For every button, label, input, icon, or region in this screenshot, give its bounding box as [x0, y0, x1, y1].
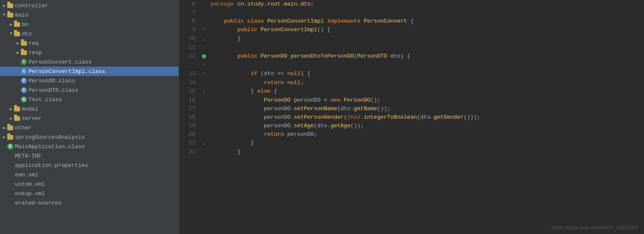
folder-icon [7, 134, 14, 140]
line-number: 21 [179, 139, 200, 148]
sidebar-item-bo[interactable]: bo [0, 20, 179, 29]
fold-marker[interactable]: △ [203, 89, 205, 94]
line-gutter [200, 17, 207, 26]
sidebar-item-person-dto[interactable]: C PersonDTO.class [0, 85, 179, 95]
line-gutter [200, 105, 207, 113]
fold-marker[interactable]: △ [203, 141, 205, 146]
file-icon [7, 152, 14, 159]
fold-marker[interactable]: ▽ [203, 63, 205, 67]
line-number: 17 [179, 105, 200, 113]
sidebar-item-model[interactable]: model [0, 104, 179, 114]
sidebar-item-other[interactable]: other [0, 123, 179, 132]
sidebar-item-label: resp [29, 50, 42, 56]
class-g-icon: G [20, 96, 27, 103]
folder-icon [7, 2, 14, 9]
folder-icon [14, 105, 20, 112]
sidebar-item-label: ustom.xml [15, 181, 45, 187]
fold-marker[interactable]: ▽ [203, 72, 205, 76]
sidebar-item-person-convert-impl[interactable]: C PersonConvertImpl.class [0, 67, 179, 76]
folder-icon [20, 40, 27, 47]
file-icon [7, 181, 14, 187]
arrow-placeholder [2, 153, 7, 158]
folder-icon [14, 30, 20, 37]
table-row: 15 △ } else { [179, 87, 644, 96]
line-gutter [200, 148, 207, 156]
line-code: return null; [207, 79, 644, 87]
sidebar-item-main-application[interactable]: G MainApplication.class [0, 142, 179, 151]
sidebar-item-dto[interactable]: dto [0, 29, 179, 38]
line-code: package cn.study.root.main.dto; [207, 0, 644, 9]
arrow-placeholder [2, 144, 7, 149]
fold-marker[interactable]: ▽ [203, 28, 205, 32]
sidebar-item-label: erated-sources [15, 200, 61, 206]
table-row: 7 [179, 9, 644, 17]
sidebar-item-label: Test.class [29, 97, 62, 103]
arrow-icon [2, 12, 7, 18]
line-gutter [200, 79, 207, 87]
sidebar-item-controller[interactable]: controller [0, 1, 179, 10]
line-code: if (dto == null) { [207, 70, 644, 79]
sidebar-item-label: dto [22, 31, 32, 37]
watermark: https://blog.csdn.net/weixin_43225491 [552, 225, 639, 231]
arrow-icon [9, 22, 14, 27]
sidebar-item-generated-sources[interactable]: erated-sources [0, 198, 179, 208]
line-code: } else { [207, 87, 644, 96]
code-editor: 6 package cn.study.root.main.dto; 7 8 pu… [179, 0, 644, 234]
sidebar-item-person-do[interactable]: C PersonDO.class [0, 76, 179, 85]
arrow-placeholder [2, 200, 7, 205]
sidebar-item-label: other [15, 125, 32, 131]
folder-icon [14, 21, 20, 28]
sidebar-item-server[interactable]: server [0, 114, 179, 123]
arrow-icon [9, 116, 14, 121]
table-row: 10 △ } [179, 35, 644, 44]
table-row: 9 ▽ public PersonConvertImpl() { [179, 26, 644, 35]
sidebar-item-custom-xml[interactable]: ustom.xml [0, 179, 179, 189]
sidebar-item-lookup-xml[interactable]: ookup.xml [0, 189, 179, 198]
file-tree[interactable]: controller main bo dto req resp I Person… [0, 0, 179, 234]
line-code: PersonDO personDO = new PersonDO(); [207, 96, 644, 105]
line-gutter [200, 130, 207, 139]
sidebar-item-label: ean.xml [15, 172, 38, 178]
sidebar-item-test[interactable]: G Test.class [0, 95, 179, 104]
sidebar-item-label: META-INF [15, 153, 41, 159]
sidebar-item-application-properties[interactable]: application.properties [0, 161, 179, 170]
sidebar-item-spring-sources[interactable]: springSourcesAnalysis [0, 132, 179, 142]
sidebar-item-label: application.properties [15, 162, 88, 169]
line-number: 16 [179, 96, 200, 105]
sidebar-item-bean-xml[interactable]: ean.xml [0, 170, 179, 179]
line-code: personDO.setPersonGender(this.integerToB… [207, 113, 644, 122]
file-icon [7, 162, 14, 169]
sidebar-item-meta-inf[interactable]: META-INF [0, 151, 179, 161]
line-gutter: △ [200, 139, 207, 148]
sidebar-item-label: server [22, 115, 42, 122]
table-row: 17 personDO.setPersonName(dto.getName())… [179, 105, 644, 113]
file-icon [7, 199, 14, 206]
fold-marker[interactable]: △ [203, 37, 205, 41]
line-number: 8 [179, 17, 200, 26]
line-number: 18 [179, 113, 200, 122]
line-gutter [200, 122, 207, 130]
sidebar-item-label: bo [22, 21, 29, 28]
sidebar-item-main[interactable]: main [0, 10, 179, 20]
class-c-icon: C [20, 68, 27, 75]
folder-icon [14, 115, 20, 122]
breakpoint-icon[interactable] [202, 54, 206, 58]
code-table: 6 package cn.study.root.main.dto; 7 8 pu… [179, 0, 644, 156]
line-gutter: △ [200, 35, 207, 44]
line-number: 12 [179, 52, 200, 70]
line-gutter: ▽ [200, 70, 207, 79]
file-icon [7, 171, 14, 178]
sidebar-item-resp[interactable]: resp [0, 48, 179, 57]
line-code: } [207, 35, 644, 44]
line-number: 19 [179, 122, 200, 130]
line-gutter [200, 9, 207, 17]
line-number: 6 [179, 0, 200, 9]
arrow-placeholder [15, 69, 20, 74]
table-row: 21 △ } [179, 139, 644, 148]
sidebar-item-req[interactable]: req [0, 38, 179, 48]
line-number: 10 [179, 35, 200, 44]
line-code [207, 44, 644, 52]
sidebar-item-person-convert[interactable]: I PersonConvert.class [0, 57, 179, 67]
arrow-placeholder [2, 181, 7, 187]
line-number: 9 [179, 26, 200, 35]
